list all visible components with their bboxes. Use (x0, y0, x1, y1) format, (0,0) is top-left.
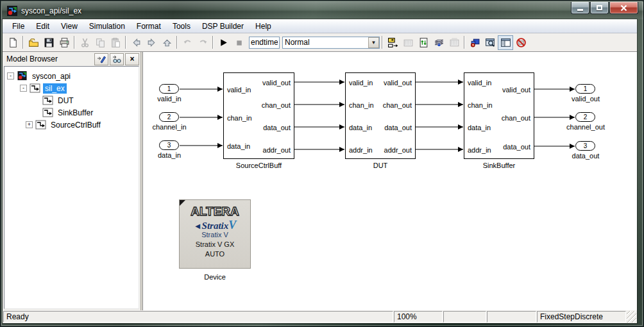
paste-button[interactable] (108, 35, 123, 50)
update-diagram-button[interactable] (385, 35, 400, 50)
menu-edit[interactable]: Edit (30, 21, 55, 32)
outport-2[interactable]: 2 (575, 112, 595, 122)
outport-1[interactable]: 1 (575, 84, 595, 94)
title-bar[interactable]: syscon_api/sil_ex (2, 2, 643, 19)
tree-item-label[interactable]: SourceCtrlBuff (49, 120, 103, 130)
view-glasses-button[interactable] (110, 53, 124, 65)
tree-item-label-selected[interactable]: sil_ex (43, 83, 67, 94)
port-label: chan_in (468, 101, 493, 110)
redo-icon (198, 37, 208, 48)
library-browser-icon (434, 37, 445, 48)
device-family: Stratix V (180, 231, 250, 239)
port-label: chan_out (262, 101, 291, 110)
tree-item-dut[interactable]: DUT (4, 94, 139, 106)
block-sourcectrlbuff[interactable]: valid_in chan_in data_in valid_out chan_… (223, 72, 294, 159)
view-glasses-icon (112, 55, 121, 63)
menu-view[interactable]: View (55, 21, 83, 32)
subsystem-icon (42, 96, 54, 105)
target-connect-icon (470, 37, 480, 48)
find-icon (485, 37, 496, 48)
save-button[interactable] (41, 35, 56, 50)
inport-3[interactable]: 3 (159, 140, 179, 150)
chevron-down-icon[interactable]: ▼ (368, 37, 379, 48)
simulink-app-icon (7, 6, 17, 16)
inport-2-label: channel_in (143, 123, 198, 131)
print-button[interactable] (56, 35, 72, 50)
up-to-parent-button[interactable] (159, 35, 174, 50)
block-device[interactable]: ALTERA ◄StratixV Stratix V Stratix V GX … (179, 199, 251, 269)
tree-item-sourcectrlbuff[interactable]: + SourceCtrlBuff (4, 119, 139, 131)
sim-stop-time-input[interactable] (249, 37, 280, 49)
expand-icon[interactable]: + (26, 121, 33, 128)
stratix-v: V (228, 219, 236, 231)
maximize-button[interactable] (590, 2, 609, 14)
inport-2[interactable]: 2 (159, 112, 179, 122)
status-ready: Ready (3, 311, 393, 323)
tree-item-label[interactable]: DUT (56, 96, 76, 106)
sim-mode-select[interactable]: Normal ▼ (282, 37, 380, 49)
open-model-button[interactable] (26, 35, 41, 50)
refresh-model-button[interactable] (416, 35, 431, 50)
edit-pen-button[interactable] (94, 53, 108, 65)
menu-help[interactable]: Help (250, 21, 277, 32)
inport-1-label: valid_in (143, 95, 198, 103)
tree-item-label[interactable]: syscon_api (30, 71, 72, 81)
block-caption: SourceCtrlBuff (223, 162, 294, 169)
main-area: Model Browser (3, 52, 637, 310)
build-all-button[interactable] (446, 35, 462, 50)
collapse-icon[interactable]: - (20, 85, 27, 92)
model-browser-close-button[interactable]: × (125, 53, 139, 65)
cut-button[interactable] (77, 35, 92, 50)
port-label: valid_out (502, 85, 530, 94)
tree-item-syscon-api[interactable]: - syscon_api (4, 70, 139, 82)
outport-1-label: valid_out (557, 95, 614, 103)
stop-simulation-icon (233, 37, 244, 48)
copy-button[interactable] (92, 35, 108, 50)
outport-2-label: channel_out (557, 123, 614, 131)
stratix-swoosh-icon: ◄ (194, 221, 202, 231)
port-label: data_out (384, 123, 412, 132)
forward-button[interactable] (144, 35, 159, 50)
forward-icon (146, 37, 157, 48)
close-button[interactable] (609, 2, 638, 14)
collapse-icon[interactable]: - (7, 72, 14, 80)
model-browser-toggle-button[interactable] (498, 35, 513, 50)
new-model-button[interactable] (5, 35, 21, 50)
menu-file[interactable]: File (6, 21, 30, 32)
find-button[interactable] (482, 35, 498, 50)
refresh-model-icon (418, 37, 429, 48)
tree-item-label[interactable]: SinkBuffer (56, 108, 95, 118)
inport-3-label: data_in (143, 151, 198, 159)
menu-tools[interactable]: Tools (167, 21, 196, 32)
stratix-word: Stratix (202, 221, 229, 231)
minimize-button[interactable] (571, 2, 589, 14)
menu-dsp-builder[interactable]: DSP Builder (196, 21, 250, 32)
start-simulation-button[interactable] (216, 35, 231, 50)
block-dut[interactable]: valid_in chan_in data_in addr_in valid_o… (345, 72, 416, 159)
block-sinkbuffer[interactable]: valid_in chan_in data_in addr_in valid_o… (464, 72, 534, 159)
remove-highlight-button[interactable] (513, 35, 529, 50)
tree-item-sinkbuffer[interactable]: SinkBuffer (4, 106, 139, 119)
menu-format[interactable]: Format (131, 21, 167, 32)
port-label: data_in (227, 142, 250, 151)
diagram-canvas[interactable]: 1 valid_in 2 channel_in 3 data_in valid_… (143, 52, 637, 310)
inport-1[interactable]: 1 (159, 84, 179, 94)
redo-button[interactable] (195, 35, 210, 50)
library-browser-button[interactable] (431, 35, 446, 50)
menu-simulation[interactable]: Simulation (83, 21, 131, 32)
undo-button[interactable] (180, 35, 195, 50)
model-browser-header: Model Browser (3, 52, 140, 66)
stop-simulation-button[interactable] (231, 35, 246, 50)
resize-grip[interactable] (627, 311, 636, 323)
target-connect-button[interactable] (467, 35, 482, 50)
back-button[interactable] (128, 35, 144, 50)
port-label: valid_in (468, 78, 491, 87)
model-browser-tree: - syscon_api - (4, 66, 139, 309)
status-bar: Ready 100% FixedStepDiscrete (3, 310, 637, 323)
tree-item-sil-ex[interactable]: - sil_ex (4, 82, 139, 94)
status-empty-panel (443, 311, 486, 323)
port-label: valid_in (349, 78, 373, 87)
build-button[interactable] (400, 35, 416, 50)
block-caption: SinkBuffer (464, 162, 534, 169)
outport-3[interactable]: 3 (575, 141, 595, 151)
